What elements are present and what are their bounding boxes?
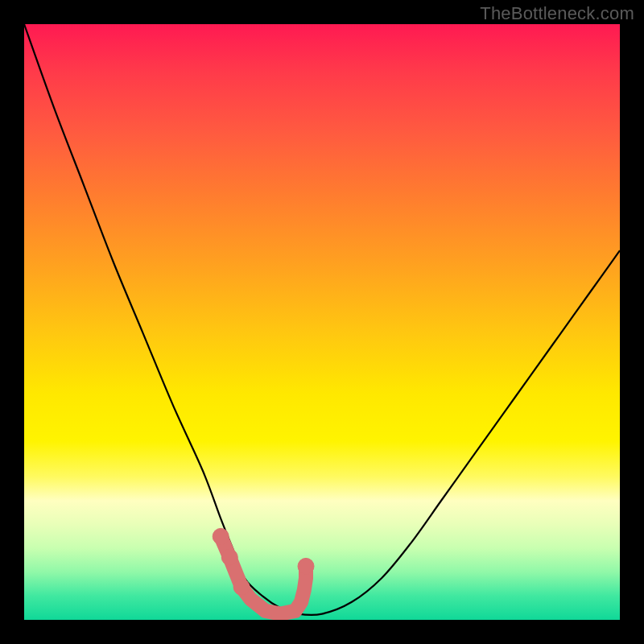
- plot-area: [24, 24, 620, 620]
- chart-frame: TheBottleneck.com: [0, 0, 644, 644]
- watermark-text: TheBottleneck.com: [480, 3, 634, 24]
